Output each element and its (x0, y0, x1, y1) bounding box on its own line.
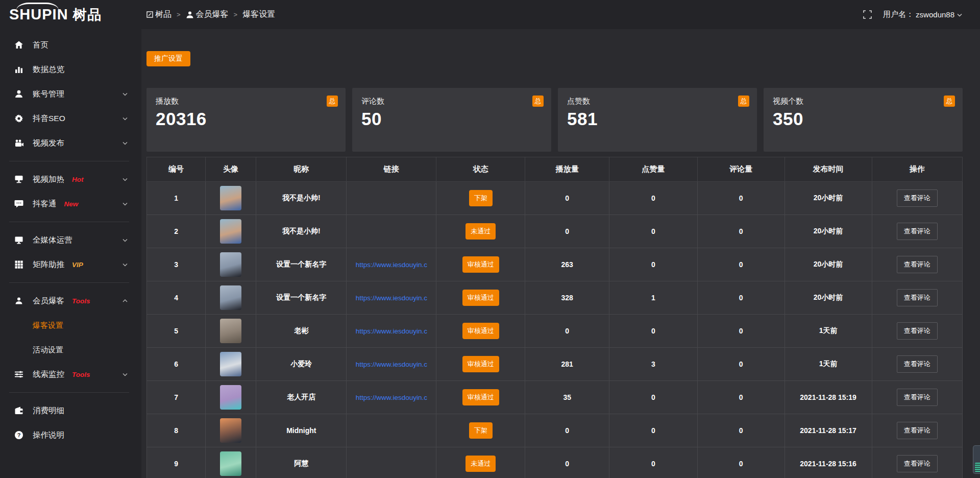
sidebar-item-操作说明[interactable]: ?操作说明 (0, 423, 141, 447)
status-badge[interactable]: 审核通过 (462, 290, 499, 306)
view-comments-button[interactable]: 查看评论 (897, 256, 938, 273)
cell-link (347, 447, 436, 478)
video-link[interactable]: https://www.iesdouyin.c (356, 394, 427, 401)
cell-status: 审核通过 (436, 348, 525, 381)
cell-likes: 0 (609, 315, 698, 348)
sidebar-item-线索监控[interactable]: 线索监控Tools (0, 362, 141, 387)
sidebar-item-抖客通[interactable]: 抖客通New (0, 192, 141, 216)
user-menu[interactable]: 用户名：zswodun88 (883, 10, 963, 19)
chat-icon (14, 199, 24, 208)
status-badge[interactable]: 下架 (469, 422, 493, 439)
sidebar-item-视频加热[interactable]: 视频加热Hot (0, 167, 141, 192)
view-comments-button[interactable]: 查看评论 (897, 289, 938, 306)
view-comments-button[interactable]: 查看评论 (897, 389, 938, 406)
column-header: 操作 (872, 157, 962, 182)
status-badge[interactable]: 未通过 (465, 456, 496, 472)
stat-card-label: 播放数 (156, 97, 336, 106)
cell-status: 审核通过 (436, 381, 525, 414)
cell-link (347, 414, 436, 447)
view-comments-button[interactable]: 查看评论 (897, 455, 938, 472)
status-badge[interactable]: 审核通过 (462, 356, 499, 372)
breadcrumb-label: 会员爆客 (196, 9, 229, 20)
view-comments-button[interactable]: 查看评论 (897, 189, 938, 207)
sidebar-item-首页[interactable]: 首页 (0, 33, 141, 57)
sidebar-item-矩阵助推[interactable]: 矩阵助推VIP (0, 252, 141, 277)
stat-card: 点赞数581总 (558, 88, 757, 152)
username-label: 用户名： (883, 10, 914, 19)
sidebar-item-账号管理[interactable]: 账号管理 (0, 82, 141, 106)
app-logo[interactable]: SHUPIN 树品 (0, 0, 141, 29)
sidebar-subitem-活动设置[interactable]: 活动设置 (0, 338, 141, 362)
chevron-down-icon (957, 12, 963, 18)
video-link[interactable]: https://www.iesdouyin.c (356, 261, 427, 269)
view-comments-button[interactable]: 查看评论 (897, 223, 938, 240)
column-header: 播放量 (525, 157, 609, 182)
cell-actions: 查看评论 (872, 414, 962, 447)
cell-publish-time: 2021-11-28 15:16 (785, 447, 872, 478)
cell-status: 未通过 (436, 215, 525, 248)
cell-link: https://www.iesdouyin.c (347, 281, 436, 315)
floating-widget[interactable] (973, 445, 980, 474)
sidebar-item-tag: VIP (72, 261, 83, 269)
chevron-down-icon (122, 237, 128, 243)
chevron-down-icon (122, 201, 128, 207)
cell-plays: 281 (525, 348, 609, 381)
sidebar-item-数据总览[interactable]: 数据总览 (0, 57, 141, 82)
sidebar-item-label: 抖客通 (33, 199, 57, 209)
breadcrumb-item[interactable]: 会员爆客 (186, 9, 229, 20)
cell-comments: 0 (697, 414, 785, 447)
table-row: 9阿慧未通过0002021-11-28 15:16查看评论 (147, 447, 963, 478)
stat-card-label: 视频个数 (773, 97, 953, 106)
video-link[interactable]: https://www.iesdouyin.c (356, 294, 427, 302)
cell-likes: 1 (609, 281, 698, 315)
videos-table: 编号头像昵称链接状态播放量点赞量评论量发布时间操作 1我不是小帅!下架00020… (146, 157, 963, 478)
status-badge[interactable]: 审核通过 (462, 389, 499, 405)
column-header: 状态 (436, 157, 525, 182)
cell-plays: 0 (525, 315, 609, 348)
cell-actions: 查看评论 (872, 248, 962, 281)
cell-number: 5 (147, 315, 206, 348)
cell-likes: 0 (609, 381, 698, 414)
sidebar-item-抖音SEO[interactable]: 抖音SEO (0, 106, 141, 131)
cell-avatar (206, 248, 256, 281)
sidebar-item-消费明细[interactable]: 消费明细 (0, 398, 141, 423)
sidebar-subitem-爆客设置[interactable]: 爆客设置 (0, 313, 141, 338)
view-comments-button[interactable]: 查看评论 (897, 322, 938, 340)
stat-card-value: 50 (361, 109, 542, 129)
status-badge[interactable]: 审核通过 (462, 256, 499, 273)
sidebar-item-全媒体运营[interactable]: 全媒体运营 (0, 228, 141, 252)
topbar-right: 用户名：zswodun88 (863, 10, 980, 19)
sidebar-item-视频发布[interactable]: 视频发布 (0, 131, 141, 155)
cell-avatar (206, 215, 256, 248)
table-row: 6小爱玲https://www.iesdouyin.c审核通过281301天前查… (147, 348, 963, 381)
fullscreen-icon[interactable] (863, 10, 872, 19)
status-badge[interactable]: 审核通过 (462, 323, 499, 339)
cell-likes: 0 (609, 215, 698, 248)
promo-settings-button[interactable]: 推广设置 (146, 51, 190, 66)
table-row: 8Midnight下架0002021-11-28 15:17查看评论 (147, 414, 963, 447)
cell-link: https://www.iesdouyin.c (347, 381, 436, 414)
avatar (220, 285, 241, 310)
status-badge[interactable]: 未通过 (465, 223, 496, 240)
breadcrumb-item[interactable]: 爆客设置 (242, 9, 275, 20)
avatar (220, 385, 241, 410)
view-comments-button[interactable]: 查看评论 (897, 422, 938, 439)
cell-actions: 查看评论 (872, 381, 962, 414)
view-comments-button[interactable]: 查看评论 (897, 355, 938, 373)
stat-card: 评论数50总 (352, 88, 551, 152)
column-header: 编号 (147, 157, 206, 182)
sidebar-item-会员爆客[interactable]: 会员爆客Tools (0, 289, 141, 313)
total-badge: 总 (532, 95, 544, 107)
cell-nickname: 我不是小帅! (256, 215, 347, 248)
avatar (220, 352, 241, 376)
video-link[interactable]: https://www.iesdouyin.c (356, 327, 427, 335)
video-link[interactable]: https://www.iesdouyin.c (356, 361, 427, 368)
status-badge[interactable]: 下架 (469, 190, 493, 206)
sidebar-item-label: 消费明细 (33, 405, 64, 416)
cell-status: 未通过 (436, 447, 525, 478)
sidebar-item-label: 数据总览 (33, 64, 64, 75)
cell-comments: 0 (697, 182, 785, 215)
cell-avatar (206, 447, 256, 478)
breadcrumb-item[interactable]: 树品 (146, 9, 172, 20)
cell-status: 下架 (436, 182, 525, 215)
